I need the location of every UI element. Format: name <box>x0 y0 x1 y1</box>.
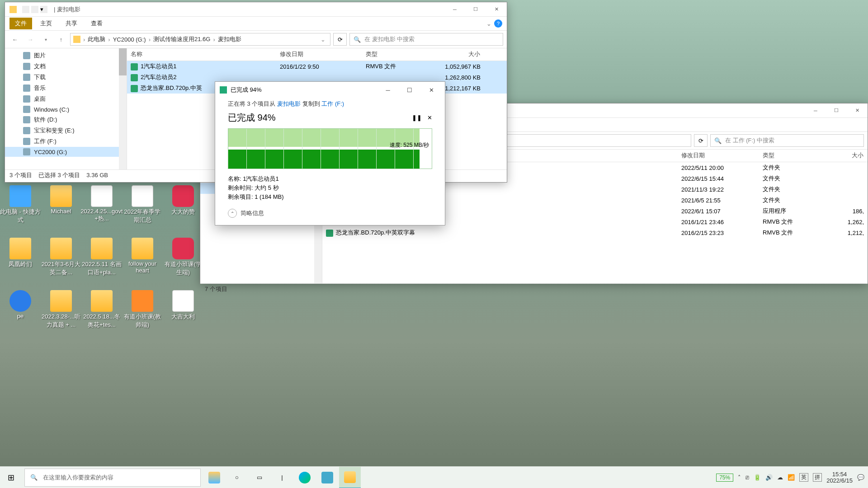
dialog-titlebar[interactable]: 已完成 94% ─ ☐ ✕ <box>215 82 445 98</box>
desktop-icon[interactable]: 2022.5.18...冬奥花+tes... <box>81 290 122 329</box>
list-header[interactable]: 名称 修改日期 类型 大小 <box>127 48 507 61</box>
desktop-icon[interactable]: 2021年3-6月大英二备... <box>41 238 81 277</box>
address-bar[interactable]: ›此电脑 ›YC2000 (G:) ›测试传输速度用21.6G ›麦扣电影 ⌄ <box>70 33 330 46</box>
close-button[interactable]: ✕ <box>486 2 507 17</box>
window-title: | 麦扣电影 <box>50 5 444 14</box>
table-row[interactable]: 1汽车总动员12016/1/22 9:50RMVB 文件1,052,967 KB <box>127 61 507 72</box>
desktop-icon[interactable]: 2022年春季学期汇总 <box>122 185 163 224</box>
ime-mode[interactable]: 拼 <box>813 473 822 482</box>
start-button[interactable]: ⊞ <box>0 467 22 488</box>
tab-view[interactable]: 查看 <box>85 18 108 29</box>
usb-icon[interactable]: ⎚ <box>745 474 749 481</box>
desktop-icon[interactable]: 2022.4.25...govt +热... <box>81 185 122 224</box>
nav-item[interactable]: 桌面 <box>5 94 127 104</box>
notifications-icon[interactable]: 💬 <box>857 474 864 481</box>
video-icon <box>131 63 138 70</box>
chevron-down-icon[interactable]: ⌄ <box>319 36 327 43</box>
edge-button[interactable] <box>294 467 316 488</box>
tray-chevron-icon[interactable]: ˄ <box>738 474 741 481</box>
close-button[interactable]: ✕ <box>847 103 868 118</box>
cloud-icon[interactable]: ☁ <box>777 474 783 481</box>
titlebar[interactable]: ▾ | 麦扣电影 ─ ☐ ✕ <box>5 2 507 17</box>
desktop-icon[interactable]: 此电脑 - 快捷方式 <box>0 185 41 224</box>
tab-file[interactable]: 文件 <box>9 18 32 29</box>
up-button[interactable]: ↑ <box>55 33 67 46</box>
copy-icon <box>220 86 227 94</box>
weather-widget[interactable] <box>203 467 225 488</box>
video-icon <box>131 85 138 92</box>
nav-item[interactable]: 下载 <box>5 72 127 83</box>
taskbar-divider: | <box>271 467 293 488</box>
battery-indicator[interactable]: 75% <box>716 474 733 482</box>
nav-item[interactable]: 工作 (F:) <box>5 136 127 147</box>
history-button[interactable]: ▾ <box>39 33 52 46</box>
copy-details: 名称: 1汽车总动员1 剩余时间: 大约 5 秒 剩余项目: 1 (184 MB… <box>215 172 445 204</box>
volume-icon[interactable]: 🔊 <box>765 474 773 481</box>
video-icon <box>326 230 333 237</box>
refresh-button[interactable]: ⟳ <box>333 33 347 46</box>
speed-label: 速度: 525 MB/秒 <box>390 141 429 149</box>
desktop-icon[interactable]: 凤凰岭们 <box>0 238 41 277</box>
desktop-icon[interactable]: 2022.5.11 名画口语+pla... <box>81 238 122 277</box>
ribbon-tabs: 文件 主页 共享 查看 ⌄ ? <box>5 17 507 30</box>
tab-share[interactable]: 共享 <box>60 18 83 29</box>
cancel-button[interactable]: ✕ <box>427 114 432 121</box>
nav-item[interactable]: 软件 (D:) <box>5 114 127 125</box>
search-input[interactable]: 🔍在 工作 (F:) 中搜索 <box>710 134 864 147</box>
desktop-icon[interactable]: 大吉大利 <box>163 290 203 329</box>
ime-lang[interactable]: 英 <box>799 473 808 482</box>
progress-text: 已完成 94% <box>228 112 406 124</box>
help-button[interactable]: ? <box>494 19 502 28</box>
refresh-button[interactable]: ⟳ <box>694 134 708 147</box>
power-icon[interactable]: 🔋 <box>754 474 761 481</box>
scrollbar-thumb[interactable] <box>119 48 127 75</box>
search-input[interactable]: 🔍在 麦扣电影 中搜索 <box>349 33 503 46</box>
nav-item[interactable]: 音乐 <box>5 83 127 94</box>
cortana-button[interactable]: ○ <box>226 467 248 488</box>
nav-item[interactable]: 宝宝和斐斐 (E:) <box>5 125 127 136</box>
nav-item[interactable]: Windows (C:) <box>5 104 127 114</box>
collapse-icon[interactable]: ⌃ <box>228 209 237 218</box>
back-button[interactable]: ← <box>9 33 21 46</box>
minimize-button[interactable]: ─ <box>805 103 826 118</box>
table-row[interactable]: 恐龙当家.BD.720p.中英双字幕2016/2/15 23:23RMVB 文件… <box>322 227 868 238</box>
desktop-icon[interactable]: pe <box>0 290 41 329</box>
maximize-button[interactable]: ☐ <box>401 87 419 94</box>
nav-pane: 图片 文档 下载 音乐 桌面 Windows (C:) 软件 (D:) 宝宝和斐… <box>5 48 127 169</box>
nav-item[interactable]: YC2000 (G:) <box>5 147 127 157</box>
video-icon <box>131 74 138 81</box>
search-icon: 🔍 <box>30 474 38 481</box>
desktop-icon[interactable]: follow your heart <box>122 238 163 277</box>
tab-home[interactable]: 主页 <box>35 18 57 29</box>
taskbar-search[interactable]: 🔍在这里输入你要搜索的内容 <box>24 469 201 487</box>
minimize-button[interactable]: ─ <box>379 87 397 94</box>
desktop-icon[interactable]: 有道小班课(学生端) <box>163 238 203 277</box>
maximize-button[interactable]: ☐ <box>826 103 847 118</box>
nav-item[interactable]: 文档 <box>5 61 127 72</box>
copy-dialog: 已完成 94% ─ ☐ ✕ 正在将 3 个项目从 麦扣电影 复制到 工作 (F:… <box>215 81 445 225</box>
dialog-title: 已完成 94% <box>231 86 375 94</box>
pause-button[interactable]: ❚❚ <box>412 114 422 121</box>
desktop-icon[interactable]: 有道小班课(教师端) <box>122 290 163 329</box>
quick-access-toolbar[interactable]: ▾ <box>19 6 50 13</box>
nav-item[interactable]: 图片 <box>5 50 127 61</box>
app-button[interactable] <box>316 467 338 488</box>
clock[interactable]: 15:542022/6/15 <box>826 471 853 484</box>
close-button[interactable]: ✕ <box>422 87 440 94</box>
folder-icon <box>9 6 17 13</box>
minimize-button[interactable]: ─ <box>444 2 465 17</box>
system-tray: 75% ˄ ⎚ 🔋 🔊 ☁ 📶 英 拼 15:542022/6/15 💬 <box>716 471 868 484</box>
source-link[interactable]: 麦扣电影 <box>277 100 301 107</box>
desktop-icon[interactable]: 2022.3.28-...听力真题 + ... <box>41 290 81 329</box>
explorer-button[interactable] <box>339 467 361 488</box>
forward-button[interactable]: → <box>24 33 37 46</box>
dest-link[interactable]: 工作 (F:) <box>321 100 344 107</box>
wifi-icon[interactable]: 📶 <box>788 474 795 481</box>
brief-info-link[interactable]: 简略信息 <box>241 209 264 217</box>
desktop-icon[interactable]: Michael <box>41 185 81 224</box>
task-view-button[interactable]: ▭ <box>249 467 270 488</box>
desktop-icons: 此电脑 - 快捷方式 Michael 2022.4.25...govt +热..… <box>0 185 203 329</box>
maximize-button[interactable]: ☐ <box>465 2 486 17</box>
expand-ribbon-button[interactable]: ⌄ <box>486 20 491 27</box>
desktop-icon[interactable]: 大大的赞 <box>163 185 203 224</box>
